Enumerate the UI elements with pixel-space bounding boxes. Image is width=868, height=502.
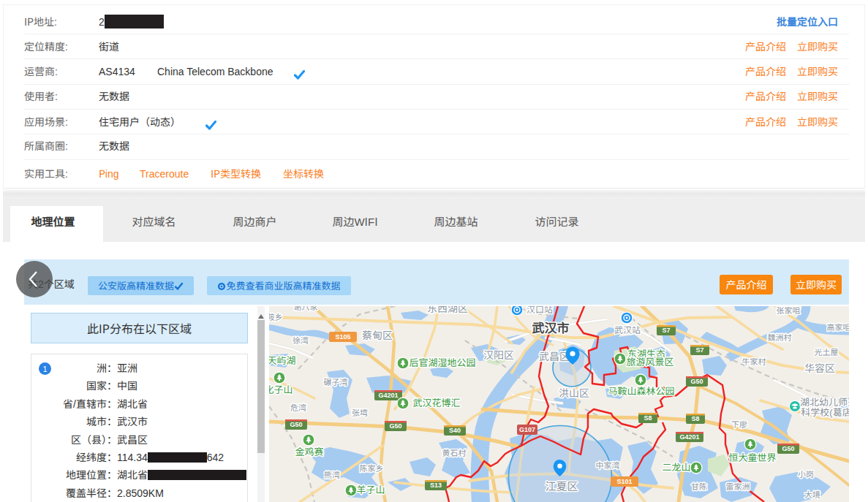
svg-text:张塆: 张塆 — [352, 406, 368, 418]
svg-text:陈家乡: 陈家乡 — [360, 462, 384, 474]
svg-text:羊子山: 羊子山 — [356, 482, 385, 496]
svg-text:魏洲村: 魏洲村 — [768, 331, 792, 343]
svg-text:G50: G50 — [690, 376, 703, 386]
svg-text:江夏区: 江夏区 — [545, 478, 578, 493]
svg-text:武汉花博汇: 武汉花博汇 — [412, 395, 460, 409]
svg-text:华容区: 华容区 — [804, 360, 835, 375]
svg-text:化子山: 化子山 — [269, 382, 293, 396]
svg-text:S8: S8 — [691, 414, 699, 423]
svg-text:S7: S7 — [662, 325, 670, 335]
svg-text:碾子湾: 碾子湾 — [324, 376, 348, 387]
svg-text:中家湾: 中家湾 — [596, 459, 620, 471]
svg-text:汉阳区: 汉阳区 — [483, 347, 514, 362]
svg-text:东西湖区: 东西湖区 — [427, 306, 468, 315]
svg-text:熊湾: 熊湾 — [324, 468, 340, 480]
svg-text:甘陈: 甘陈 — [691, 480, 707, 492]
svg-text:黄石村: 黄石村 — [442, 446, 467, 458]
svg-text:雷家洲: 雷家洲 — [726, 480, 750, 492]
svg-text:S40: S40 — [449, 425, 461, 435]
svg-text:G50: G50 — [290, 419, 302, 429]
svg-text:G4201: G4201 — [679, 432, 699, 441]
svg-text:武昌区: 武昌区 — [539, 349, 570, 363]
svg-text:恒大童世界: 恒大童世界 — [728, 450, 776, 464]
svg-text:G50: G50 — [782, 444, 794, 453]
svg-text:徐湾: 徐湾 — [293, 334, 309, 346]
svg-text:蔡甸区: 蔡甸区 — [362, 327, 393, 342]
svg-text:高家咀: 高家咀 — [827, 321, 850, 332]
svg-text:S105: S105 — [335, 332, 350, 341]
svg-text:张家咀: 张家咀 — [777, 306, 801, 316]
svg-text:汉口站: 汉口站 — [527, 306, 553, 315]
svg-text:S8: S8 — [644, 413, 652, 422]
svg-text:马鞍乡: 马鞍乡 — [269, 311, 283, 322]
svg-text:S13: S13 — [430, 480, 442, 490]
svg-text:牛家村: 牛家村 — [742, 355, 766, 367]
svg-text:后官湖湿地公园: 后官湖湿地公园 — [409, 355, 475, 369]
svg-text:G107: G107 — [519, 425, 535, 434]
svg-text:洪山区: 洪山区 — [559, 385, 589, 400]
svg-text:下廖: 下廖 — [731, 418, 747, 430]
svg-text:武汉市: 武汉市 — [532, 318, 570, 336]
svg-text:S101: S101 — [616, 476, 632, 486]
svg-text:天屿湖: 天屿湖 — [269, 353, 296, 367]
svg-text:旅游风景区: 旅游风景区 — [626, 354, 673, 368]
svg-text:谢八家: 谢八家 — [294, 306, 318, 312]
svg-text:马鞍山森林公园: 马鞍山森林公园 — [608, 384, 674, 398]
svg-text:G50: G50 — [389, 421, 401, 430]
svg-text:大境: 大境 — [804, 488, 820, 500]
svg-text:S7: S7 — [695, 345, 703, 354]
svg-text:金鸡赛: 金鸡赛 — [295, 444, 323, 458]
svg-text:二龙山: 二龙山 — [662, 460, 690, 474]
svg-text:危湾: 危湾 — [290, 401, 306, 413]
svg-text:光土屋: 光土屋 — [815, 346, 839, 357]
svg-text:科学校(葛店: 科学校(葛店 — [801, 405, 849, 419]
svg-text:G4201: G4201 — [378, 390, 398, 400]
svg-text:小岗: 小岗 — [798, 468, 814, 479]
svg-text:武汉站: 武汉站 — [614, 323, 641, 335]
